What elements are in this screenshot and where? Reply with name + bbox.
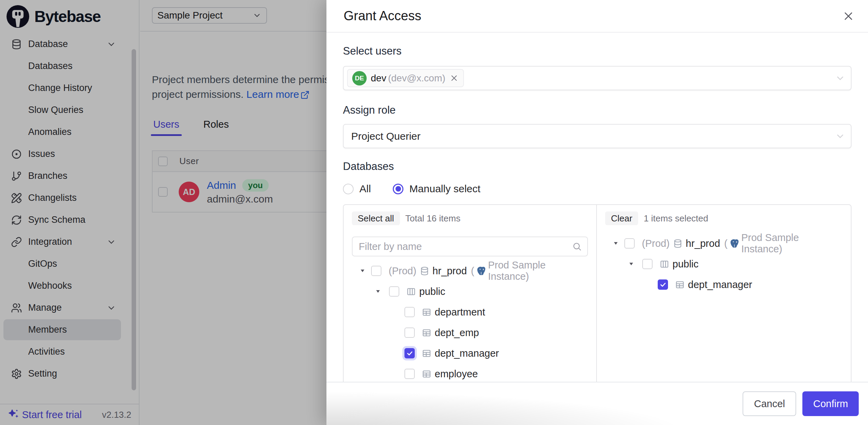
tree-row-schema[interactable]: public <box>605 254 843 274</box>
user-email: (dev@x.com) <box>388 73 445 84</box>
user-name: dev <box>371 73 386 84</box>
assign-role-label: Assign role <box>343 104 852 116</box>
table-icon <box>422 328 431 337</box>
dialog-footer: Cancel Confirm <box>326 382 868 425</box>
schema-icon <box>660 260 669 269</box>
confirm-button[interactable]: Confirm <box>802 391 859 416</box>
filter-field <box>352 237 588 256</box>
postgres-icon <box>476 266 486 276</box>
checkbox[interactable] <box>371 266 381 276</box>
checkbox[interactable] <box>642 259 653 269</box>
dialog-title: Grant Access <box>344 9 421 23</box>
source-panel: Select all Total 16 items (Prod) hr_prod… <box>344 205 597 382</box>
postgres-icon <box>729 238 739 249</box>
caret-down-icon[interactable] <box>359 268 366 274</box>
dialog-body: Select users DE dev (dev@x.com) Assign r… <box>326 33 868 382</box>
tree-row-instance[interactable]: (Prod) hr_prod ( Prod Sample Instance) <box>352 261 588 281</box>
clear-button[interactable]: Clear <box>605 211 638 225</box>
tree-row-table[interactable]: dept_manager <box>605 274 843 295</box>
total-count-label: Total 16 items <box>405 213 460 224</box>
table-icon <box>422 369 431 379</box>
select-users-label: Select users <box>343 45 852 57</box>
tree-row-table[interactable]: dept_emp <box>352 322 588 343</box>
databases-label: Databases <box>343 160 852 173</box>
selected-tree: (Prod) hr_prod ( Prod Sample Instance) p… <box>605 233 843 295</box>
caret-down-icon[interactable] <box>613 240 619 246</box>
database-scope-radios: All Manually select <box>343 183 852 195</box>
avatar: DE <box>352 71 367 85</box>
filter-input[interactable] <box>358 241 569 253</box>
caret-down-icon[interactable] <box>375 288 381 295</box>
select-all-button[interactable]: Select all <box>352 211 400 225</box>
chevron-down-icon <box>835 131 845 141</box>
database-tree: (Prod) hr_prod ( Prod Sample Instance) p… <box>352 261 588 382</box>
checkbox[interactable] <box>404 369 415 379</box>
tree-row-table[interactable]: department <box>352 302 588 322</box>
tree-row-table[interactable]: employee <box>352 364 588 382</box>
table-icon <box>422 349 431 358</box>
selected-user-chip: DE dev (dev@x.com) <box>347 69 464 87</box>
cancel-button[interactable]: Cancel <box>743 391 796 416</box>
radio-manually-select[interactable]: Manually select <box>393 183 480 195</box>
selected-panel: Clear 1 items selected (Prod) hr_prod ( … <box>597 205 851 382</box>
remove-user-icon[interactable] <box>449 73 459 83</box>
tree-row-table[interactable]: dept_manager <box>352 343 588 364</box>
caret-down-icon[interactable] <box>628 261 634 267</box>
selected-count-label: 1 items selected <box>644 213 708 224</box>
database-icon <box>673 239 682 248</box>
grant-access-dialog: Grant Access Select users DE dev (dev@x.… <box>326 0 868 425</box>
search-icon <box>572 242 582 251</box>
checkbox[interactable] <box>404 307 415 317</box>
close-icon[interactable] <box>842 10 855 23</box>
checkbox-checked[interactable] <box>658 279 668 290</box>
tree-row-schema[interactable]: public <box>352 281 588 302</box>
checkbox[interactable] <box>389 286 399 297</box>
assign-role-select[interactable]: Project Querier <box>343 124 852 148</box>
table-icon <box>422 308 431 317</box>
select-users-input[interactable]: DE dev (dev@x.com) <box>343 66 852 90</box>
schema-icon <box>407 287 416 296</box>
database-transfer: Select all Total 16 items (Prod) hr_prod… <box>343 204 852 382</box>
dialog-header: Grant Access <box>326 0 868 33</box>
chevron-down-icon <box>835 73 845 83</box>
table-icon <box>675 280 685 289</box>
checkbox[interactable] <box>624 238 635 249</box>
radio-all[interactable]: All <box>343 183 371 195</box>
checkbox[interactable] <box>404 328 415 338</box>
database-icon <box>420 266 429 276</box>
tree-row-instance[interactable]: (Prod) hr_prod ( Prod Sample Instance) <box>605 233 843 254</box>
checkbox-checked[interactable] <box>404 348 415 358</box>
